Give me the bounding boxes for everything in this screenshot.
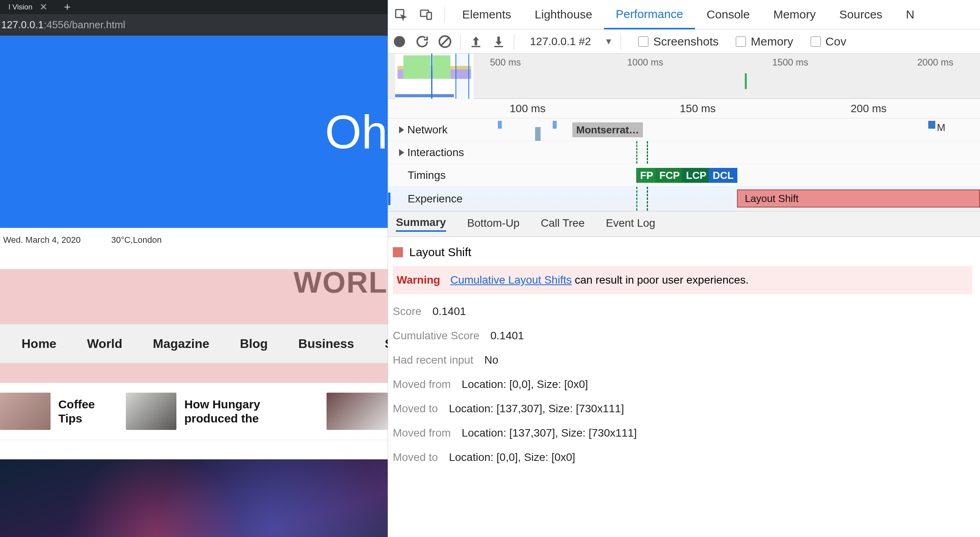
profile-select[interactable]: 127.0.0.1 #2 bbox=[522, 35, 597, 48]
details-title: Layout Shift bbox=[393, 246, 972, 259]
net-marker bbox=[928, 121, 935, 129]
nav-item-magazine[interactable]: Magazine bbox=[153, 337, 209, 351]
timing-fp[interactable]: FP bbox=[636, 168, 657, 183]
tab-console[interactable]: Console bbox=[695, 0, 762, 29]
tab-more[interactable]: N bbox=[894, 0, 926, 29]
story-feed: Coffee Tips How Hungary produced the bbox=[0, 383, 388, 440]
warning-text: can result in poor user experiences. bbox=[572, 274, 748, 286]
net-marker bbox=[535, 127, 541, 141]
net-label: M bbox=[937, 122, 946, 134]
svg-rect-5 bbox=[472, 46, 480, 47]
ruler-tick: 500 ms bbox=[490, 57, 521, 68]
save-profile-button[interactable] bbox=[491, 34, 506, 49]
track-lane bbox=[474, 141, 980, 164]
devtools-panel: Elements Lighthouse Performance Console … bbox=[388, 0, 980, 537]
tab-title: l Vision bbox=[9, 3, 33, 11]
inspect-icon[interactable] bbox=[394, 8, 408, 22]
subtab-summary[interactable]: Summary bbox=[396, 216, 446, 232]
story-card[interactable]: Coffee Tips bbox=[0, 393, 111, 430]
track-label: Network bbox=[388, 124, 474, 136]
new-tab-button[interactable]: + bbox=[56, 0, 79, 14]
track-label: Timings bbox=[388, 169, 474, 182]
track-network[interactable]: Network Montserrat… M bbox=[388, 118, 980, 141]
tab-performance[interactable]: Performance bbox=[604, 0, 695, 29]
tracks: Network Montserrat… M Interactions bbox=[388, 118, 980, 211]
page-viewport: Oh Wed. March 4, 2020 30°C,London WORL H… bbox=[0, 36, 388, 537]
reload-button[interactable] bbox=[415, 34, 430, 49]
separator bbox=[514, 34, 514, 49]
subtab-call-tree[interactable]: Call Tree bbox=[541, 217, 584, 231]
story-thumb bbox=[126, 393, 176, 430]
browser-tabbar: l Vision ✕ + bbox=[0, 0, 388, 14]
checkbox-input[interactable] bbox=[736, 36, 746, 47]
nav-item-world[interactable]: World bbox=[87, 337, 122, 351]
track-interactions[interactable]: Interactions bbox=[388, 141, 980, 164]
track-experience[interactable]: Experience Layout Shift bbox=[388, 187, 980, 211]
close-icon[interactable]: ✕ bbox=[40, 2, 47, 13]
coverage-checkbox[interactable]: Cov bbox=[811, 35, 846, 48]
timing-dcl[interactable]: DCL bbox=[709, 168, 737, 183]
kv-row: Cumulative Score0.1401 bbox=[393, 329, 972, 342]
timing-fcp[interactable]: FCP bbox=[655, 168, 684, 183]
kv-row: Moved toLocation: [137,307], Size: [730x… bbox=[393, 402, 972, 415]
story-card[interactable]: How Hungary produced the bbox=[126, 393, 312, 430]
ruler-tick: 2000 ms bbox=[917, 57, 953, 68]
expand-icon[interactable] bbox=[399, 149, 404, 156]
subtab-bottom-up[interactable]: Bottom-Up bbox=[467, 217, 520, 231]
browser-window: l Vision ✕ + 127.0.0.1:4556/banner.html … bbox=[0, 0, 388, 537]
record-button[interactable] bbox=[392, 34, 407, 49]
timeline-overview[interactable]: 500 ms 1000 ms 1500 ms 2000 ms bbox=[388, 54, 980, 99]
checkbox-input[interactable] bbox=[638, 36, 648, 47]
track-timings[interactable]: Timings FP FCP LCP DCL bbox=[388, 164, 980, 187]
flame-ruler[interactable]: 100 ms 150 ms 200 ms bbox=[388, 99, 980, 118]
devtools-tabbar: Elements Lighthouse Performance Console … bbox=[388, 0, 980, 29]
clear-button[interactable] bbox=[437, 34, 452, 49]
ruler-tick: 1000 ms bbox=[627, 57, 663, 68]
nav-item-business[interactable]: Business bbox=[298, 337, 354, 351]
page-topbar: Wed. March 4, 2020 30°C,London bbox=[0, 228, 388, 252]
track-lane: Montserrat… M bbox=[474, 118, 980, 141]
network-chip[interactable]: Montserrat… bbox=[572, 122, 643, 137]
details-title-text: Layout Shift bbox=[409, 246, 471, 259]
url-path: /banner.html bbox=[69, 19, 125, 31]
marker-line bbox=[636, 141, 637, 164]
cls-link[interactable]: Cumulative Layout Shifts bbox=[450, 274, 572, 286]
svg-point-3 bbox=[394, 36, 405, 47]
url-bar[interactable]: 127.0.0.1:4556/banner.html bbox=[0, 14, 388, 36]
checkbox-input[interactable] bbox=[811, 36, 821, 47]
svg-rect-2 bbox=[427, 12, 432, 19]
ruler-tick: 100 ms bbox=[510, 102, 546, 115]
svg-rect-6 bbox=[494, 46, 503, 47]
expand-icon[interactable] bbox=[399, 126, 404, 133]
nav-item-more[interactable]: S bbox=[385, 337, 388, 351]
story-title: How Hungary produced the bbox=[184, 397, 312, 426]
timing-lcp[interactable]: LCP bbox=[682, 168, 710, 183]
details-pane: Layout Shift Warning Cumulative Layout S… bbox=[388, 237, 980, 475]
hero-banner: Oh bbox=[0, 36, 388, 228]
memory-checkbox[interactable]: Memory bbox=[736, 35, 793, 48]
nav-item-blog[interactable]: Blog bbox=[240, 337, 268, 351]
tab-lighthouse[interactable]: Lighthouse bbox=[523, 0, 604, 29]
screenshots-checkbox[interactable]: Screenshots bbox=[638, 35, 719, 48]
url-text: 127.0.0.1:4556/banner.html bbox=[1, 19, 125, 31]
device-toggle-icon[interactable] bbox=[419, 8, 433, 22]
ruler-tick: 1500 ms bbox=[772, 57, 808, 68]
warning-label: Warning bbox=[397, 274, 440, 286]
article-hero-image bbox=[0, 459, 388, 537]
layout-shift-chip[interactable]: Layout Shift bbox=[737, 189, 980, 208]
load-profile-button[interactable] bbox=[468, 34, 483, 49]
ruler-tick: 200 ms bbox=[851, 102, 887, 115]
browser-tab[interactable]: l Vision ✕ bbox=[0, 2, 56, 13]
tab-sources[interactable]: Sources bbox=[828, 0, 894, 29]
url-port: :4556 bbox=[44, 19, 69, 31]
track-lane: Layout Shift bbox=[474, 187, 980, 211]
story-card[interactable] bbox=[327, 393, 388, 430]
separator bbox=[445, 6, 445, 23]
story-thumb bbox=[327, 393, 388, 430]
tab-elements[interactable]: Elements bbox=[450, 0, 523, 29]
marker-line bbox=[647, 141, 648, 164]
nav-item-home[interactable]: Home bbox=[22, 337, 56, 351]
subtab-event-log[interactable]: Event Log bbox=[606, 217, 655, 231]
net-marker bbox=[498, 121, 502, 129]
tab-memory[interactable]: Memory bbox=[762, 0, 828, 29]
